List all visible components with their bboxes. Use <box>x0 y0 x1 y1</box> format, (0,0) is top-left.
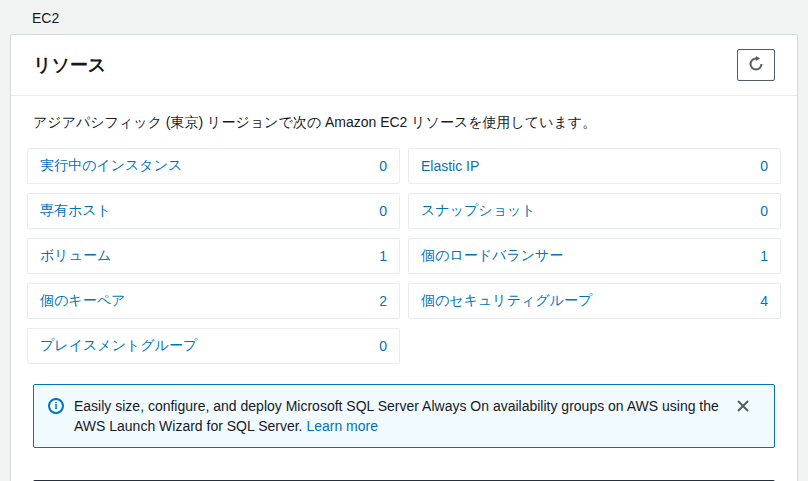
resources-panel: リソース アジアパシフィック (東京) リージョンで次の Amazon EC2 … <box>10 34 798 481</box>
region-description: アジアパシフィック (東京) リージョンで次の Amazon EC2 リソースを… <box>11 96 797 144</box>
resource-link-elastic-ip[interactable]: Elastic IP 0 <box>408 148 781 184</box>
info-banner: i Easily size, configure, and deploy Mic… <box>33 384 775 448</box>
close-button[interactable] <box>734 397 752 415</box>
refresh-icon <box>748 56 764 75</box>
resources-panel-header: リソース <box>11 35 797 96</box>
resource-link-placement-groups[interactable]: プレイスメントグループ 0 <box>27 328 400 364</box>
resource-label: スナップショット <box>421 202 536 220</box>
resource-link-volumes[interactable]: ボリューム 1 <box>27 238 400 274</box>
resource-label: プレイスメントグループ <box>40 337 197 355</box>
learn-more-link[interactable]: Learn more <box>306 418 378 434</box>
resource-label: ボリューム <box>40 247 111 265</box>
resource-label: 個のロードバランサー <box>421 247 563 265</box>
resource-count: 0 <box>760 158 768 174</box>
resource-link-security-groups[interactable]: 個のセキュリティグループ 4 <box>408 283 781 319</box>
resource-label: Elastic IP <box>421 158 479 174</box>
resource-link-snapshots[interactable]: スナップショット 0 <box>408 193 781 229</box>
resource-label: 実行中のインスタンス <box>40 157 182 175</box>
refresh-button[interactable] <box>737 49 775 81</box>
resource-count: 1 <box>379 248 387 264</box>
resource-count: 0 <box>379 203 387 219</box>
breadcrumb: EC2 <box>0 0 808 34</box>
resource-count: 0 <box>379 158 387 174</box>
page-title: リソース <box>33 53 106 77</box>
resource-label: 個のセキュリティグループ <box>421 292 592 310</box>
resource-link-dedicated-hosts[interactable]: 専有ホスト 0 <box>27 193 400 229</box>
resource-grid: 実行中のインスタンス 0 Elastic IP 0 専有ホスト 0 スナップショ… <box>11 144 797 364</box>
resource-link-running-instances[interactable]: 実行中のインスタンス 0 <box>27 148 400 184</box>
resource-count: 4 <box>760 293 768 309</box>
resource-label: 個のキーペア <box>40 292 125 310</box>
banner-text: Easily size, configure, and deploy Micro… <box>74 396 724 436</box>
resource-count: 0 <box>379 338 387 354</box>
resource-count: 2 <box>379 293 387 309</box>
resource-count: 0 <box>760 203 768 219</box>
resource-link-key-pairs[interactable]: 個のキーペア 2 <box>27 283 400 319</box>
resource-link-load-balancers[interactable]: 個のロードバランサー 1 <box>408 238 781 274</box>
info-icon: i <box>48 398 64 414</box>
resource-label: 専有ホスト <box>40 202 111 220</box>
close-icon <box>736 401 750 416</box>
resource-count: 1 <box>760 248 768 264</box>
breadcrumb-link-ec2[interactable]: EC2 <box>32 10 59 26</box>
